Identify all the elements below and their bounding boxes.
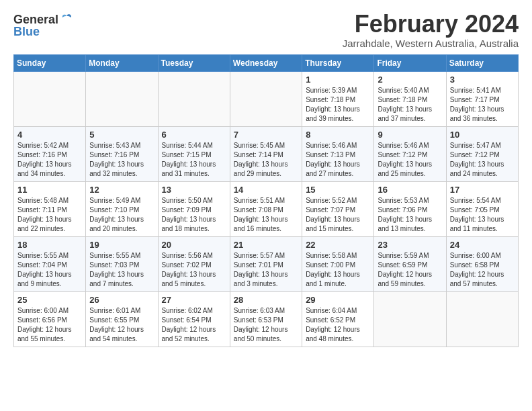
day-number: 8 [306, 130, 370, 140]
calendar-cell: 10Sunrise: 5:47 AM Sunset: 7:12 PM Dayli… [446, 126, 518, 181]
calendar-week-row: 1Sunrise: 5:39 AM Sunset: 7:18 PM Daylig… [14, 71, 519, 126]
calendar-cell: 9Sunrise: 5:46 AM Sunset: 7:12 PM Daylig… [374, 126, 446, 181]
day-info: Sunrise: 5:46 AM Sunset: 7:12 PM Dayligh… [378, 141, 442, 179]
day-info: Sunrise: 5:41 AM Sunset: 7:17 PM Dayligh… [450, 86, 515, 124]
day-info: Sunrise: 5:50 AM Sunset: 7:09 PM Dayligh… [162, 196, 226, 234]
day-number: 17 [450, 185, 515, 195]
day-info: Sunrise: 5:44 AM Sunset: 7:15 PM Dayligh… [162, 141, 226, 179]
calendar-cell: 6Sunrise: 5:44 AM Sunset: 7:15 PM Daylig… [158, 126, 230, 181]
day-info: Sunrise: 6:04 AM Sunset: 6:52 PM Dayligh… [306, 306, 370, 344]
day-info: Sunrise: 6:00 AM Sunset: 6:56 PM Dayligh… [17, 306, 82, 344]
month-title: February 2024 [343, 11, 519, 38]
header-day: Sunday [14, 54, 86, 71]
header-day: Wednesday [230, 54, 302, 71]
header-day: Saturday [446, 54, 518, 71]
day-number: 13 [162, 185, 226, 195]
day-info: Sunrise: 5:59 AM Sunset: 6:59 PM Dayligh… [378, 251, 442, 289]
calendar-cell: 4Sunrise: 5:42 AM Sunset: 7:16 PM Daylig… [14, 126, 86, 181]
day-number: 10 [450, 130, 515, 140]
day-number: 14 [234, 185, 298, 195]
calendar-cell [14, 71, 86, 126]
day-info: Sunrise: 5:52 AM Sunset: 7:07 PM Dayligh… [306, 196, 370, 234]
calendar-cell: 25Sunrise: 6:00 AM Sunset: 6:56 PM Dayli… [14, 291, 86, 347]
calendar-cell: 27Sunrise: 6:02 AM Sunset: 6:54 PM Dayli… [158, 291, 230, 347]
logo-bird-icon [60, 12, 73, 26]
calendar-cell: 13Sunrise: 5:50 AM Sunset: 7:09 PM Dayli… [158, 181, 230, 236]
calendar-cell: 19Sunrise: 5:55 AM Sunset: 7:03 PM Dayli… [86, 236, 158, 291]
day-number: 28 [234, 295, 298, 305]
day-number: 6 [162, 130, 226, 140]
day-info: Sunrise: 5:42 AM Sunset: 7:16 PM Dayligh… [17, 141, 82, 179]
calendar-cell: 23Sunrise: 5:59 AM Sunset: 6:59 PM Dayli… [374, 236, 446, 291]
calendar-cell: 2Sunrise: 5:40 AM Sunset: 7:18 PM Daylig… [374, 71, 446, 126]
calendar-cell: 21Sunrise: 5:57 AM Sunset: 7:01 PM Dayli… [230, 236, 302, 291]
day-info: Sunrise: 5:54 AM Sunset: 7:05 PM Dayligh… [450, 196, 515, 234]
calendar-cell: 7Sunrise: 5:45 AM Sunset: 7:14 PM Daylig… [230, 126, 302, 181]
day-info: Sunrise: 5:43 AM Sunset: 7:16 PM Dayligh… [89, 141, 154, 179]
title-section: February 2024 Jarrahdale, Western Austra… [343, 11, 519, 49]
calendar-cell: 29Sunrise: 6:04 AM Sunset: 6:52 PM Dayli… [302, 291, 374, 347]
calendar-cell: 8Sunrise: 5:46 AM Sunset: 7:13 PM Daylig… [302, 126, 374, 181]
header-row: SundayMondayTuesdayWednesdayThursdayFrid… [14, 54, 519, 71]
day-info: Sunrise: 6:02 AM Sunset: 6:54 PM Dayligh… [162, 306, 226, 344]
calendar-cell: 24Sunrise: 6:00 AM Sunset: 6:58 PM Dayli… [446, 236, 518, 291]
day-info: Sunrise: 6:00 AM Sunset: 6:58 PM Dayligh… [450, 251, 515, 289]
day-number: 16 [378, 185, 442, 195]
calendar-cell: 3Sunrise: 5:41 AM Sunset: 7:17 PM Daylig… [446, 71, 518, 126]
day-info: Sunrise: 5:53 AM Sunset: 7:06 PM Dayligh… [378, 196, 442, 234]
header-day: Tuesday [158, 54, 230, 71]
day-info: Sunrise: 5:55 AM Sunset: 7:04 PM Dayligh… [17, 251, 82, 289]
day-number: 27 [162, 295, 226, 305]
calendar-cell: 17Sunrise: 5:54 AM Sunset: 7:05 PM Dayli… [446, 181, 518, 236]
day-info: Sunrise: 5:39 AM Sunset: 7:18 PM Dayligh… [306, 86, 370, 124]
header-day: Monday [86, 54, 158, 71]
day-number: 20 [162, 240, 226, 250]
location-title: Jarrahdale, Western Australia, Australia [343, 38, 519, 49]
day-info: Sunrise: 5:40 AM Sunset: 7:18 PM Dayligh… [378, 86, 442, 124]
calendar-cell [374, 291, 446, 347]
logo-general: General [13, 13, 58, 26]
calendar-week-row: 4Sunrise: 5:42 AM Sunset: 7:16 PM Daylig… [14, 126, 519, 181]
calendar-cell: 18Sunrise: 5:55 AM Sunset: 7:04 PM Dayli… [14, 236, 86, 291]
day-number: 25 [17, 295, 82, 305]
calendar-cell [158, 71, 230, 126]
calendar-table: SundayMondayTuesdayWednesdayThursdayFrid… [13, 54, 519, 347]
day-info: Sunrise: 5:55 AM Sunset: 7:03 PM Dayligh… [89, 251, 154, 289]
day-info: Sunrise: 5:46 AM Sunset: 7:13 PM Dayligh… [306, 141, 370, 179]
calendar-cell: 20Sunrise: 5:56 AM Sunset: 7:02 PM Dayli… [158, 236, 230, 291]
day-number: 1 [306, 75, 370, 85]
header-day: Thursday [302, 54, 374, 71]
day-number: 24 [450, 240, 515, 250]
header-day: Friday [374, 54, 446, 71]
calendar-cell: 22Sunrise: 5:58 AM Sunset: 7:00 PM Dayli… [302, 236, 374, 291]
day-number: 11 [17, 185, 82, 195]
day-number: 22 [306, 240, 370, 250]
calendar-cell [230, 71, 302, 126]
calendar-cell: 14Sunrise: 5:51 AM Sunset: 7:08 PM Dayli… [230, 181, 302, 236]
logo-blue: Blue [13, 25, 40, 38]
day-info: Sunrise: 5:48 AM Sunset: 7:11 PM Dayligh… [17, 196, 82, 234]
logo: General Blue [13, 13, 73, 38]
day-number: 7 [234, 130, 298, 140]
day-number: 3 [450, 75, 515, 85]
calendar-cell: 5Sunrise: 5:43 AM Sunset: 7:16 PM Daylig… [86, 126, 158, 181]
calendar-cell: 16Sunrise: 5:53 AM Sunset: 7:06 PM Dayli… [374, 181, 446, 236]
calendar-cell: 12Sunrise: 5:49 AM Sunset: 7:10 PM Dayli… [86, 181, 158, 236]
day-number: 2 [378, 75, 442, 85]
day-info: Sunrise: 6:03 AM Sunset: 6:53 PM Dayligh… [234, 306, 298, 344]
day-info: Sunrise: 6:01 AM Sunset: 6:55 PM Dayligh… [89, 306, 154, 344]
day-info: Sunrise: 5:51 AM Sunset: 7:08 PM Dayligh… [234, 196, 298, 234]
calendar-week-row: 18Sunrise: 5:55 AM Sunset: 7:04 PM Dayli… [14, 236, 519, 291]
page-header: General Blue February 2024 Jarrahdale, W… [13, 11, 519, 49]
day-number: 23 [378, 240, 442, 250]
calendar-week-row: 11Sunrise: 5:48 AM Sunset: 7:11 PM Dayli… [14, 181, 519, 236]
day-info: Sunrise: 5:57 AM Sunset: 7:01 PM Dayligh… [234, 251, 298, 289]
day-number: 29 [306, 295, 370, 305]
calendar-cell [446, 291, 518, 347]
day-info: Sunrise: 5:47 AM Sunset: 7:12 PM Dayligh… [450, 141, 515, 179]
calendar-cell [86, 71, 158, 126]
day-number: 21 [234, 240, 298, 250]
day-number: 5 [89, 130, 154, 140]
day-number: 18 [17, 240, 82, 250]
day-info: Sunrise: 5:45 AM Sunset: 7:14 PM Dayligh… [234, 141, 298, 179]
